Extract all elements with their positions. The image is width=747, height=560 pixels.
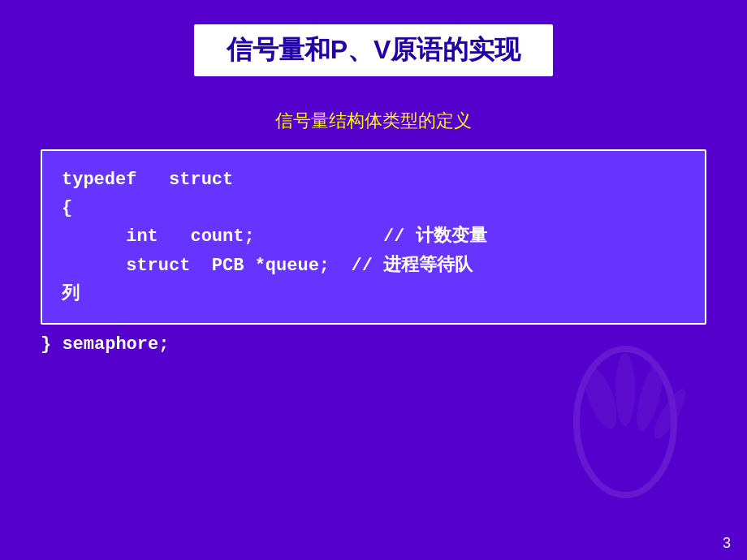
code-line-3: int count; // 计数变量 — [62, 226, 487, 247]
code-comment-2: // 进程等待队 — [351, 256, 473, 276]
page-number: 3 — [723, 535, 731, 552]
svg-point-3 — [632, 362, 668, 433]
slide: 信号量和P、V原语的实现 信号量结构体类型的定义 typedef struct … — [0, 0, 747, 560]
svg-point-1 — [578, 363, 624, 432]
code-block: typedef struct { int count; // 计数变量 stru… — [41, 149, 706, 325]
slide-subtitle: 信号量结构体类型的定义 — [275, 109, 472, 133]
code-line-2: { — [62, 198, 72, 218]
code-line-1: typedef struct — [62, 170, 233, 190]
slide-title: 信号量和P、V原语的实现 — [227, 35, 521, 64]
code-content: typedef struct { int count; // 计数变量 stru… — [62, 166, 685, 308]
code-line-4: struct PCB *queue; // 进程等待队 列 — [62, 256, 473, 304]
footer-code: } semaphore; — [41, 334, 169, 355]
title-box: 信号量和P、V原语的实现 — [194, 24, 554, 76]
svg-point-0 — [576, 349, 674, 495]
background-decoration — [536, 333, 715, 511]
svg-point-2 — [615, 353, 635, 426]
code-comment-1: // 计数变量 — [383, 226, 487, 247]
svg-point-4 — [649, 386, 691, 443]
